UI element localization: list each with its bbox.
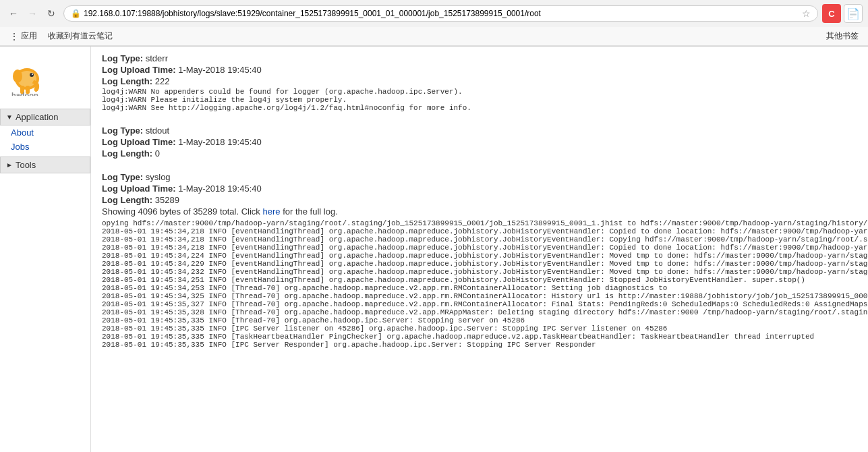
log-upload-stderr: Log Upload Time: 1-May-2018 19:45:40 [102, 65, 857, 75]
bookmarks-bar: ⋮ 应用 收藏到有道云笔记 其他书签 [0, 27, 868, 46]
svg-text:hadoop: hadoop [11, 91, 38, 96]
log-content-stderr: log4j:WARN No appenders could be found f… [102, 88, 857, 112]
jobs-link[interactable]: Jobs [0, 140, 90, 154]
log-upload-stdout: Log Upload Time: 1-May-2018 19:45:40 [102, 137, 857, 147]
tools-triangle-icon: ► [6, 161, 13, 169]
extension-btn-2[interactable]: 📄 [844, 4, 863, 23]
hadoop-logo-container: hadoop [0, 53, 90, 109]
log-content-syslog: opying hdfs://master:9000/tmp/hadoop-yar… [102, 219, 857, 349]
sidebar: hadoop ▼ Application About Jobs ► Tools [0, 47, 91, 452]
application-triangle-icon: ▼ [6, 113, 13, 121]
log-type-syslog: Log Type: syslog [102, 172, 857, 182]
log-section-syslog: Log Type: syslog Log Upload Time: 1-May-… [102, 172, 857, 349]
extension-btn-1[interactable]: C [822, 4, 841, 23]
application-label: Application [16, 112, 59, 122]
url-input[interactable] [84, 9, 799, 18]
sidebar-tools-section: ► Tools [0, 157, 90, 173]
log-upload-syslog: Log Upload Time: 1-May-2018 19:45:40 [102, 183, 857, 194]
hadoop-logo-svg: hadoop [8, 59, 82, 96]
other-bookmarks-label: 其他书签 [826, 30, 859, 42]
browser-extensions: C 📄 [822, 4, 863, 23]
sidebar-application-section: ▼ Application About Jobs [0, 109, 90, 154]
lock-icon: 🔒 [71, 9, 81, 18]
apps-label: 应用 [21, 30, 37, 42]
tools-label: Tools [16, 160, 36, 170]
log-type-stderr: Log Type: stderr [102, 53, 857, 63]
log-type-stdout: Log Type: stdout [102, 125, 857, 136]
log-section-stdout: Log Type: stdout Log Upload Time: 1-May-… [102, 125, 857, 159]
youdao-bookmark[interactable]: 收藏到有道云笔记 [44, 29, 117, 43]
tools-header[interactable]: ► Tools [0, 157, 90, 173]
about-link[interactable]: About [0, 125, 90, 140]
log-length-stderr: Log Length: 222 [102, 76, 857, 86]
apps-grid-icon: ⋮ [9, 31, 19, 42]
reload-button[interactable]: ↻ [43, 5, 59, 22]
svg-point-3 [30, 73, 34, 77]
back-button[interactable]: ← [5, 5, 22, 22]
log-section-stderr: Log Type: stderr Log Upload Time: 1-May-… [102, 53, 857, 112]
application-header[interactable]: ▼ Application [0, 109, 90, 125]
sidebar-links: About Jobs [0, 125, 90, 154]
address-bar[interactable]: 🔒 ☆ [63, 5, 818, 22]
svg-point-2 [13, 69, 22, 83]
log-length-syslog: Log Length: 35289 [102, 195, 857, 205]
browser-chrome: ← → ↻ 🔒 ☆ C 📄 ⋮ 应用 收藏到有道云笔记 其他书签 [0, 0, 868, 47]
log-length-stdout: Log Length: 0 [102, 148, 857, 159]
apps-bookmark[interactable]: ⋮ 应用 [5, 29, 41, 43]
full-log-link[interactable]: here [262, 206, 280, 217]
other-bookmarks[interactable]: 其他书签 [822, 29, 863, 43]
forward-button[interactable]: → [24, 5, 40, 22]
youdao-label: 收藏到有道云笔记 [48, 30, 113, 42]
bookmark-star-icon[interactable]: ☆ [802, 8, 811, 19]
browser-toolbar: ← → ↻ 🔒 ☆ C 📄 [0, 0, 868, 27]
main-content: Log Type: stderr Log Upload Time: 1-May-… [91, 47, 868, 452]
page-container: hadoop ▼ Application About Jobs ► Tools [0, 47, 868, 452]
showing-bytes-text: Showing 4096 bytes of 35289 total. Click… [102, 206, 857, 217]
nav-buttons: ← → ↻ [5, 5, 59, 22]
svg-point-4 [32, 74, 33, 75]
